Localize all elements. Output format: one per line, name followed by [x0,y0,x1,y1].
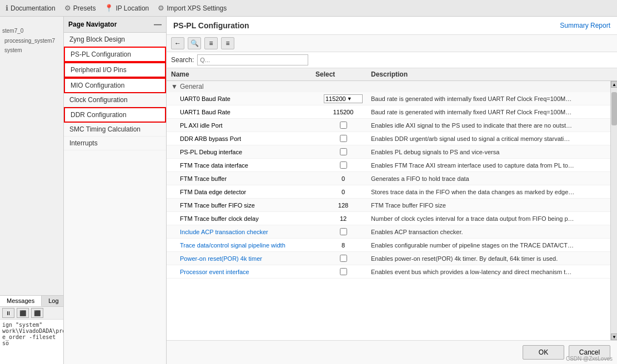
import-xps-toolbar-item[interactable]: ⚙ Import XPS Settings [158,4,227,12]
row-select: 115200 ▼ [315,94,371,103]
nav-item-peripheral-io-pins[interactable]: Peripheral I/O Pins [64,62,166,78]
documentation-label: Documentation [11,4,56,12]
back-button[interactable]: ← [171,37,184,49]
row-name: Trace data/control signal pipeline width [171,242,315,249]
row-name: FTM Trace buffer clock delay [171,215,315,222]
row-description: Enables configurable number of pipeline … [371,242,606,249]
import-xps-label: Import XPS Settings [167,4,227,12]
table-row: Include ACP transaction checker Enables … [167,225,610,239]
pl-axi-idle-checkbox[interactable] [340,122,347,129]
left-outer-panel: stem7_0 processing_system7 system Messag… [0,17,64,364]
pause-button[interactable]: ⏸ [2,308,14,318]
copy-button[interactable]: ⬛ [17,308,29,318]
row-value: 128 [338,202,348,209]
nav-item-zyng-block-design[interactable]: Zyng Block Design [64,33,166,47]
info-icon: ℹ [6,4,8,12]
row-description: Enables DDR urgent/arb signal used to si… [371,135,606,142]
expand-all-button[interactable]: ≡ [221,37,234,49]
location-icon: 📍 [104,4,113,12]
center-navigator-panel: Page Navigator — Zyng Block Design PS-PL… [64,17,167,364]
ftm-trace-data-checkbox[interactable] [340,161,347,169]
presets-toolbar-item[interactable]: ⚙ Presets [64,4,96,12]
msg-line-1: ign "system" [2,322,61,328]
row-name: FTM Data edge detector [171,189,315,195]
scrollbar-down-arrow[interactable]: ▼ [611,333,617,340]
dropdown-value: 115200 [325,95,346,102]
row-description: Enables ACP transaction checker. [371,229,606,235]
row-name: Power-on reset(POR) 4k timer [171,255,315,262]
minimize-button[interactable]: — [154,20,162,29]
ddr-arb-bypass-checkbox[interactable] [340,135,347,142]
vertical-scrollbar[interactable]: ▲ ▼ [610,81,617,340]
scrollbar-up-arrow[interactable]: ▲ [611,81,617,88]
acp-transaction-checkbox[interactable] [340,228,347,235]
row-description: Baud rate is generated with internally f… [371,95,606,102]
gear-icon-import: ⚙ [158,4,164,12]
left-panel-item-processing[interactable]: processing_system7 [0,36,63,46]
row-name: Include ACP transaction checker [171,229,315,235]
config-toolbar: ← 🔍 ≡ ≡ [167,35,617,52]
row-select: 0 [315,189,371,195]
row-description: Baud rate is generated with internally f… [371,109,606,115]
scrollbar-thumb[interactable] [611,92,617,125]
row-name: UART0 Baud Rate [171,95,315,102]
nav-item-mio-configuration[interactable]: MIO Configuration [64,78,166,93]
chevron-down-icon: ▼ [347,96,352,102]
uart0-baud-dropdown[interactable]: 115200 ▼ [324,94,363,103]
table-row: PL AXI idle Port Enables idle AXI signal… [167,119,610,132]
processor-event-checkbox[interactable] [340,268,347,275]
messages-content: ign "system" work\VivadoDADA\pro e_order… [0,320,63,364]
row-name: PS-PL Debug interface [171,149,315,155]
documentation-toolbar-item[interactable]: ℹ Documentation [6,4,56,12]
ok-button[interactable]: OK [523,345,564,360]
row-select [315,122,371,129]
search-row: Search: [167,52,617,68]
nav-item-smc-timing[interactable]: SMC Timing Calculation [64,123,166,136]
tab-messages[interactable]: Messages [0,296,42,306]
filter-button[interactable]: ⬛ [31,308,43,318]
row-name: DDR ARB bypass Port [171,135,315,142]
search-label: Search: [171,56,194,64]
messages-tabs: Messages Log [0,296,63,307]
table-row: Processor event interface Enables event … [167,265,610,279]
summary-report-link[interactable]: Summary Report [560,22,610,29]
nav-item-ps-pl-configuration[interactable]: PS-PL Configuration [64,47,166,62]
row-description: Number of clock cycles interval for a tr… [371,215,606,222]
nav-item-ddr-configuration[interactable]: DDR Configuration [64,107,166,123]
ip-location-toolbar-item[interactable]: 📍 IP Location [104,4,149,12]
row-select [315,148,371,155]
row-select: 0 [315,175,371,182]
config-header: PS-PL Configuration Summary Report [167,17,617,35]
nav-item-clock-configuration[interactable]: Clock Configuration [64,93,166,107]
row-select [315,228,371,235]
row-select: 12 [315,215,371,222]
pspl-debug-checkbox[interactable] [340,148,347,155]
row-name: FTM Trace buffer [171,175,315,182]
left-panel-item-system[interactable]: system [0,46,63,55]
tab-log[interactable]: Log [42,296,66,306]
bottom-buttons: OK Cancel [167,340,617,364]
config-title: PS-PL Configuration [173,21,249,30]
msg-line-3: e_order -fileset so [2,334,61,346]
nav-item-interrupts[interactable]: Interrupts [64,136,166,150]
watermark: CSDN @ZxsLoves [566,356,613,362]
power-on-reset-checkbox[interactable] [340,255,347,262]
row-description: Generates a FIFO to hold trace data [371,175,606,182]
table-body: ▼ General UART0 Baud Rate 115200 ▼ Baud … [167,81,610,340]
table-row: FTM Trace buffer clock delay 12 Number o… [167,212,610,225]
row-select: 128 [315,202,371,209]
left-panel-item-system7[interactable]: stem7_0 [0,17,63,36]
group-header-general: ▼ General [167,81,610,92]
row-description: Enables FTM Trace AXI stream interface u… [371,162,606,169]
chevron-down-icon: ▼ [171,83,178,90]
search-input[interactable] [197,54,308,65]
collapse-all-button[interactable]: ≡ [204,37,218,49]
row-name: PL AXI idle Port [171,122,315,129]
navigator-title: Page Navigator [68,21,117,28]
table-row: UART0 Baud Rate 115200 ▼ Baud rate is ge… [167,92,610,105]
search-button[interactable]: 🔍 [188,37,201,49]
row-select [315,255,371,262]
col-select: Select [315,70,371,78]
row-value: 115200 [333,109,354,115]
right-config-panel: PS-PL Configuration Summary Report ← 🔍 ≡… [167,17,617,364]
